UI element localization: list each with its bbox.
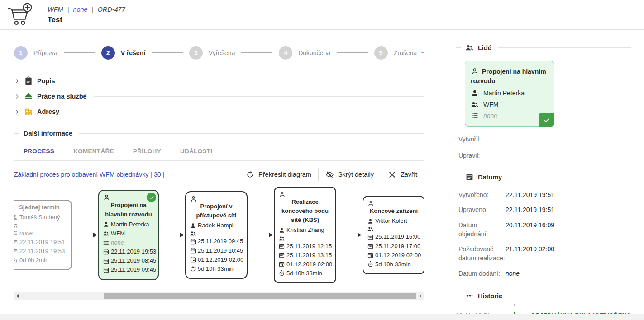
date-row: 25.11.2019 17:00 [367, 242, 420, 251]
list-value: none [19, 229, 33, 238]
step-v-reseni[interactable]: 2 V řešení [101, 46, 145, 60]
date-row: 01.12.2019 02:00 [278, 260, 332, 269]
team-row: WFM [471, 100, 549, 108]
process-node-sjednej-termin[interactable]: Sjednej termín Tomáš Studený none 22.11.… [14, 200, 72, 271]
people-icon [278, 235, 285, 242]
breadcrumb-order-id[interactable]: ORD-477 [97, 6, 125, 13]
flow-arrow [74, 235, 96, 235]
section-label: Adresy [37, 108, 59, 115]
people-icon [465, 43, 474, 52]
section-title: Datumy [478, 174, 502, 181]
date-value: 22.11.2019 19:51 [19, 238, 65, 247]
step-connector [337, 52, 368, 53]
divider [456, 296, 461, 296]
status-stepper: 1 Příprava 2 V řešení 3 Vyřešena 4 Dokon… [14, 46, 424, 60]
tab-process[interactable]: PROCESS [14, 142, 64, 160]
process-node-title: Sjednej termín [14, 203, 67, 212]
calendar-event-icon [190, 256, 196, 263]
step-number: 3 [194, 49, 198, 56]
step-circle: 2 [101, 46, 115, 60]
clipboard-icon [24, 76, 33, 85]
process-node-propojeni-v-pristupove-siti[interactable]: Propojení v přístupové síti Radek Hampl … [185, 191, 248, 279]
diagram-horizontal-scrollbar[interactable] [14, 292, 424, 300]
date-value: 01.12.2019 02:00 [286, 260, 332, 269]
section-prace-na-sluzbe[interactable]: Práce na službě [14, 89, 424, 104]
calendar-range-icon [190, 247, 196, 254]
step-connector [421, 52, 424, 53]
refresh-icon [246, 170, 254, 179]
tab-udalosti[interactable]: UDÁLOSTI [171, 142, 222, 160]
date-value: 01.12.2019 02:00 [375, 251, 421, 260]
calendar-range-icon [103, 267, 110, 273]
updated-by-label: Upravil: [458, 152, 631, 159]
process-node-realizace-kbs[interactable]: Realizace koncového bodu sítě (KBS) Kris… [274, 187, 336, 283]
step-circle: 3 [189, 46, 203, 60]
flow-arrow [161, 235, 183, 235]
scrollbar-thumb[interactable] [104, 293, 416, 299]
process-node-koncove-zarizeni[interactable]: Koncové zařízení Viktor Kolert 25.11.201… [363, 196, 424, 274]
date-row: 25.11.2019 16:00 [367, 232, 420, 241]
date-value: 25.11.2019 12:15 [286, 242, 332, 251]
plus-icon [510, 311, 519, 314]
section-title: Lidé [478, 44, 491, 52]
step-zrusena[interactable]: 5 Zrušena [374, 46, 417, 60]
assigned-task-card[interactable]: Propojení na hlavním rozvodu Martin Pete… [465, 61, 554, 127]
content: 1 Příprava 2 V řešení 3 Vyřešena 4 Dokon… [0, 30, 644, 314]
people-icon [14, 222, 18, 229]
assignee-row: Tomáš Studený [14, 213, 67, 222]
team-row [190, 230, 243, 237]
assignee-row: Martin Peterka [471, 89, 549, 97]
redraw-diagram-button[interactable]: Překreslit diagram [239, 169, 318, 180]
assignee-name: Tomáš Studený [19, 213, 60, 222]
tab-komentare[interactable]: KOMENTÁŘE [64, 142, 124, 160]
divider [456, 47, 461, 48]
duration-row: 5d 10h 33min [278, 269, 332, 278]
step-dokoncena[interactable]: 4 Dokončena [279, 46, 330, 60]
header-text: WFM | none | ORD-477 Test [48, 6, 125, 24]
diagram-actions: Překreslit diagram Skrýt detaily Zavřít [239, 168, 424, 181]
step-label: Zrušena [394, 49, 417, 56]
date-value: 01.12.2019 02:00 [198, 255, 243, 264]
date-row: 22.11.2019 19:53 [14, 247, 67, 256]
check-icon [543, 117, 550, 124]
divider [79, 133, 424, 134]
list-icon [471, 112, 479, 120]
team-row [367, 226, 420, 232]
scroll-right-arrow[interactable] [420, 294, 422, 298]
chevron-right-icon [14, 78, 20, 84]
hide-details-button[interactable]: Skrýt detaily [319, 169, 381, 180]
check-icon [149, 195, 154, 200]
section-popis[interactable]: Popis [14, 73, 424, 89]
step-priprava[interactable]: 1 Příprava [14, 46, 57, 60]
diagram-title-link[interactable]: Základní proces pro odbavení WFM objedná… [14, 171, 164, 178]
date-row: 25.11.2019 13:15 [278, 251, 332, 260]
timer-icon [278, 270, 285, 277]
process-diagram: Sjednej termín Tomáš Studený none 22.11.… [14, 186, 424, 284]
event-icon-cell [508, 311, 520, 314]
people-icon [103, 230, 110, 237]
service-dome-icon [24, 92, 33, 101]
timeline-icon [465, 292, 474, 300]
section-adresy[interactable]: Adresy [14, 104, 424, 119]
breadcrumb-parent-link[interactable]: none [73, 6, 87, 13]
process-node-propojeni-na-hlavnim-rozvodu[interactable]: Propojení na hlavním rozvodu Martin Pete… [98, 190, 159, 280]
close-diagram-button[interactable]: Zavřít [381, 169, 424, 180]
app-header: WFM | none | ORD-477 Test [0, 0, 644, 30]
date-value: 22.11.2019 19:51 [506, 190, 554, 199]
calendar-range-icon [278, 252, 285, 259]
calendar-event-icon [367, 252, 374, 259]
date-value: 25.11.2019 10:45 [198, 246, 243, 255]
tab-prilohy[interactable]: PŘÍLOHY [124, 142, 171, 160]
list-row: none [103, 238, 154, 247]
breadcrumb-module[interactable]: WFM [48, 6, 63, 13]
main-panel: 1 Příprava 2 V řešení 3 Vyřešena 4 Dokon… [0, 30, 438, 314]
scroll-left-arrow[interactable] [16, 294, 19, 298]
date-row: 22.11.2019 19:51 [14, 238, 67, 247]
date-value: 25.11.2019 16:00 [375, 232, 420, 241]
step-vyresena[interactable]: 3 Vyřešena [189, 46, 235, 60]
process-node-title: Propojení na hlavním rozvodu [103, 201, 154, 219]
calendar-range-icon [103, 258, 110, 264]
task-name: Propojení na hlavním rozvodu [471, 68, 546, 85]
approve-check-button[interactable] [539, 113, 554, 127]
date-row-updated: Upraveno: 22.11.2019 19:51 [458, 205, 631, 214]
